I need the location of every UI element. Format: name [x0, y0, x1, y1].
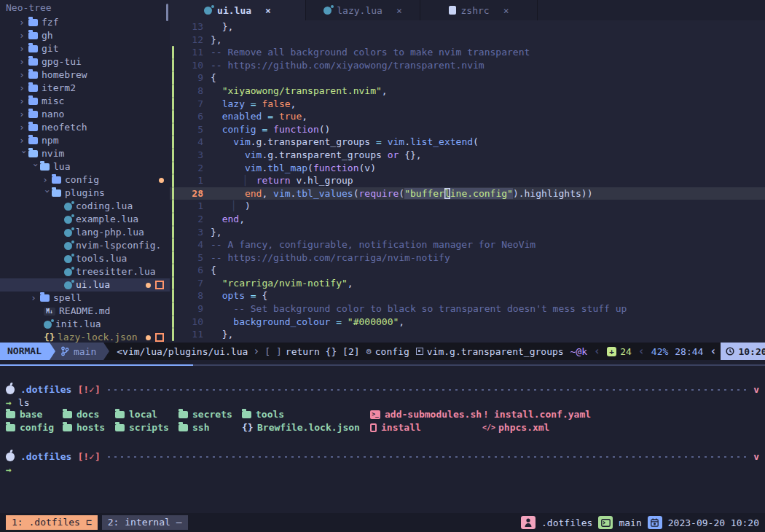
code-line[interactable]: 2 end, — [170, 213, 765, 226]
neotree-item-README.md[interactable]: README.md — [0, 305, 170, 318]
code-line[interactable]: 8 "xiyaowong/transparent.nvim", — [170, 85, 765, 98]
code-line[interactable]: 1 ▏ ) — [170, 200, 765, 213]
chevron-right-icon[interactable]: › — [19, 82, 28, 95]
neotree-item-lazy-lock.json[interactable]: lazy-lock.json — [0, 331, 170, 343]
tmux-window-2-internal[interactable]: 2: internal– — [102, 515, 188, 530]
code-line[interactable]: 5 config = function() — [170, 123, 765, 136]
code-line[interactable]: 4 vim.g.transparent_groups = vim.list_ex… — [170, 136, 765, 149]
code-line[interactable]: 1 ▏ return v.hl_group — [170, 174, 765, 187]
command-line-empty[interactable]: → — [0, 463, 765, 477]
code-line[interactable]: 10-- https://github.com/xiyaowong/transp… — [170, 59, 765, 72]
neotree-item-lua[interactable]: ›lua — [0, 160, 170, 173]
breadcrumb-label: vim.g.transparent_groups — [427, 346, 564, 357]
neotree-item-ui.lua[interactable]: ui.lua — [0, 278, 170, 292]
neotree-item-example.lua[interactable]: example.lua — [0, 213, 170, 226]
code-line[interactable]: 9 -- Set background color to black so tr… — [170, 302, 765, 316]
tab-ui.lua[interactable]: ui.lua× — [170, 0, 306, 20]
gfolder-icon — [6, 411, 15, 418]
neotree-label: iterm2 — [42, 82, 76, 95]
chevron-right-icon[interactable]: › — [19, 69, 28, 82]
chevron-right-icon[interactable]: › — [19, 55, 28, 69]
neotree-item-tools.lua[interactable]: tools.lua — [0, 252, 170, 265]
ls-entry-label: install — [381, 421, 421, 434]
neotree-item-config[interactable]: ›config — [0, 173, 170, 187]
chevron-right-icon[interactable]: › — [19, 95, 28, 108]
neotree-item-npm[interactable]: ›npm — [0, 134, 170, 147]
chevron-right-icon[interactable]: › — [31, 292, 40, 305]
chevron-right-icon[interactable]: › — [19, 42, 28, 55]
ls-entry-label: config — [20, 421, 54, 434]
code-line[interactable]: 10 background_colour = "#000000", — [170, 316, 765, 329]
code-editor[interactable]: 13 },12},11-- Remove all background colo… — [170, 20, 765, 341]
code-line[interactable]: 7 "rcarriga/nvim-notify", — [170, 277, 765, 290]
neotree-item-nvim-lspconfig.[interactable]: nvim-lspconfig. — [0, 239, 170, 252]
neotree-item-nvim[interactable]: ›nvim — [0, 147, 170, 160]
chevron-right-icon[interactable]: › — [19, 108, 28, 121]
prompt-path: .dotfiles — [20, 450, 71, 463]
close-icon[interactable]: × — [503, 5, 509, 16]
code-line[interactable]: 3}, — [170, 226, 765, 239]
gitsign-added-icon — [172, 149, 174, 162]
code-line[interactable]: 13 }, — [170, 20, 765, 34]
neotree-item-coding.lua[interactable]: coding.lua — [0, 200, 170, 213]
code-line[interactable]: 7 lazy = false, — [170, 98, 765, 111]
close-icon[interactable]: × — [265, 5, 271, 16]
neotree-item-spell[interactable]: ›spell — [0, 292, 170, 305]
terminal-pane[interactable]: .dotfiles [!✓] v → ls basedocslocalsecre… — [0, 360, 765, 513]
neotree-item-iterm2[interactable]: ›iterm2 — [0, 82, 170, 95]
line-number: 10 — [178, 316, 211, 329]
code-text: lazy = false, — [211, 98, 296, 111]
code-line-current[interactable]: 28 end, vim.tbl_values(require("bufferli… — [170, 187, 765, 200]
code-line[interactable]: 11 }, — [170, 328, 765, 341]
chevron-right-icon[interactable]: › — [19, 134, 28, 147]
neotree-item-lang-php.lua[interactable]: lang-php.lua — [0, 226, 170, 239]
chevron-right-icon[interactable]: › — [42, 173, 52, 187]
tmux-window-label: 2: internal — [108, 515, 170, 530]
neotree-item-init.lua[interactable]: init.lua — [0, 318, 170, 331]
neotree-item-nano[interactable]: ›nano — [0, 108, 170, 121]
neotree-label: npm — [42, 134, 58, 147]
code-line[interactable]: 11-- Remove all background colors to mak… — [170, 46, 765, 59]
neotree-item-fzf[interactable]: ›fzf — [0, 16, 170, 29]
chevron-right-icon[interactable]: › — [19, 16, 28, 29]
gitsign-added-icon — [172, 187, 174, 200]
code-line[interactable]: 2 vim.tbl_map(function(v) — [170, 162, 765, 175]
tmux-window-1-.dotfiles[interactable]: 1: .dotfiles⊏ — [6, 515, 98, 530]
code-line[interactable]: 8 opts = { — [170, 289, 765, 302]
code-line[interactable]: 3 vim.g.transparent_groups or {}, — [170, 149, 765, 162]
tab-lazy.lua[interactable]: lazy.lua× — [306, 0, 420, 20]
neotree-item-gh[interactable]: ›gh — [0, 29, 170, 42]
code-line[interactable]: 6 enabled = true, — [170, 110, 765, 123]
neotree-scrollbar[interactable] — [166, 4, 168, 21]
code-line[interactable]: 9{ — [170, 71, 765, 85]
screen: Neo-tree ›fzf›gh›git›gpg-tui›homebrew›it… — [0, 0, 765, 532]
ls-entry-secrets: secrets — [178, 408, 232, 421]
gitsign-added-icon — [172, 174, 174, 187]
term-icon — [370, 410, 380, 419]
line-number: 13 — [178, 20, 211, 34]
neotree-item-neofetch[interactable]: ›neofetch — [0, 121, 170, 134]
code-line[interactable]: 4-- A fancy, configurable, notification … — [170, 238, 765, 251]
ls-entry-tools: tools — [242, 408, 284, 421]
neotree-item-misc[interactable]: ›misc — [0, 95, 170, 108]
code-line[interactable]: 12}, — [170, 34, 765, 47]
close-icon[interactable]: × — [396, 5, 402, 16]
ls-entry-label: secrets — [192, 408, 232, 421]
code-line[interactable]: 6{ — [170, 264, 765, 277]
excl-icon — [482, 408, 490, 421]
neotree-item-treesitter.lua[interactable]: treesitter.lua — [0, 265, 170, 278]
neotree-item-git[interactable]: ›git — [0, 42, 170, 55]
chevron-right-icon[interactable]: › — [19, 121, 28, 134]
tab-zshrc[interactable]: zshrc× — [420, 0, 538, 20]
code-text: -- https://github.com/rcarriga/nvim-noti… — [211, 251, 450, 265]
neotree-item-homebrew[interactable]: ›homebrew — [0, 69, 170, 82]
lua-icon — [64, 281, 72, 289]
gfolder-icon — [6, 424, 15, 431]
line-number: 2 — [178, 213, 211, 226]
neotree-item-gpg-tui[interactable]: ›gpg-tui — [0, 55, 170, 69]
gfolder-icon — [115, 424, 125, 431]
neotree-item-plugins[interactable]: ›plugins — [0, 187, 170, 200]
chevron-right-icon[interactable]: › — [19, 29, 28, 42]
code-line[interactable]: 5-- https://github.com/rcarriga/nvim-not… — [170, 251, 765, 265]
code-text: enabled = true, — [211, 110, 307, 123]
